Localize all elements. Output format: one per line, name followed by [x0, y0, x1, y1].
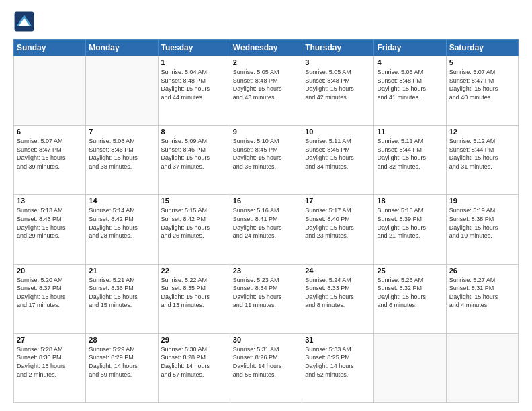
- week-row-0: 1Sunrise: 5:04 AM Sunset: 8:48 PM Daylig…: [14, 56, 519, 126]
- page: SundayMondayTuesdayWednesdayThursdayFrid…: [0, 0, 532, 411]
- day-info: Sunrise: 5:07 AM Sunset: 8:47 PM Dayligh…: [449, 68, 515, 101]
- calendar-cell: 17Sunrise: 5:17 AM Sunset: 8:40 PM Dayli…: [302, 195, 374, 264]
- calendar-cell: 8Sunrise: 5:09 AM Sunset: 8:46 PM Daylig…: [158, 126, 230, 195]
- calendar-cell: [374, 333, 446, 402]
- day-info: Sunrise: 5:24 AM Sunset: 8:33 PM Dayligh…: [305, 276, 371, 310]
- calendar-cell: 22Sunrise: 5:22 AM Sunset: 8:35 PM Dayli…: [158, 264, 230, 333]
- weekday-tuesday: Tuesday: [158, 40, 230, 56]
- logo-icon: [13, 11, 35, 32]
- day-number: 10: [305, 128, 371, 136]
- day-info: Sunrise: 5:18 AM Sunset: 8:39 PM Dayligh…: [377, 206, 443, 240]
- calendar-cell: 5Sunrise: 5:07 AM Sunset: 8:47 PM Daylig…: [446, 56, 518, 126]
- calendar-cell: [86, 56, 158, 126]
- calendar-cell: 7Sunrise: 5:08 AM Sunset: 8:46 PM Daylig…: [86, 126, 158, 195]
- day-number: 1: [161, 58, 227, 66]
- day-number: 9: [233, 128, 299, 136]
- calendar-cell: 9Sunrise: 5:10 AM Sunset: 8:45 PM Daylig…: [230, 126, 302, 195]
- day-info: Sunrise: 5:12 AM Sunset: 8:44 PM Dayligh…: [449, 137, 515, 171]
- day-number: 25: [377, 267, 443, 275]
- day-number: 29: [161, 336, 227, 344]
- day-number: 4: [377, 58, 443, 66]
- weekday-thursday: Thursday: [302, 40, 374, 56]
- header: [13, 11, 519, 32]
- day-number: 6: [17, 128, 83, 136]
- calendar-cell: 28Sunrise: 5:29 AM Sunset: 8:29 PM Dayli…: [86, 333, 158, 402]
- day-number: 21: [89, 267, 154, 275]
- calendar-cell: 27Sunrise: 5:28 AM Sunset: 8:30 PM Dayli…: [14, 333, 86, 402]
- day-info: Sunrise: 5:23 AM Sunset: 8:34 PM Dayligh…: [233, 276, 299, 310]
- calendar-cell: 11Sunrise: 5:11 AM Sunset: 8:44 PM Dayli…: [374, 126, 446, 195]
- day-info: Sunrise: 5:19 AM Sunset: 8:38 PM Dayligh…: [449, 206, 515, 240]
- day-number: 7: [89, 128, 154, 136]
- logo: [13, 11, 38, 32]
- day-number: 12: [449, 128, 515, 136]
- day-number: 15: [161, 197, 227, 205]
- day-info: Sunrise: 5:11 AM Sunset: 8:45 PM Dayligh…: [305, 137, 371, 171]
- calendar-cell: 1Sunrise: 5:04 AM Sunset: 8:48 PM Daylig…: [158, 56, 230, 126]
- weekday-saturday: Saturday: [446, 40, 518, 56]
- calendar-cell: 25Sunrise: 5:26 AM Sunset: 8:32 PM Dayli…: [374, 264, 446, 333]
- day-number: 30: [233, 336, 299, 344]
- calendar-cell: 3Sunrise: 5:05 AM Sunset: 8:48 PM Daylig…: [302, 56, 374, 126]
- day-number: 27: [17, 336, 83, 344]
- calendar-cell: 2Sunrise: 5:05 AM Sunset: 8:48 PM Daylig…: [230, 56, 302, 126]
- day-number: 20: [17, 267, 83, 275]
- day-info: Sunrise: 5:27 AM Sunset: 8:31 PM Dayligh…: [449, 276, 515, 310]
- day-number: 2: [233, 58, 299, 66]
- calendar-cell: 21Sunrise: 5:21 AM Sunset: 8:36 PM Dayli…: [86, 264, 158, 333]
- day-number: 23: [233, 267, 299, 275]
- calendar-cell: 26Sunrise: 5:27 AM Sunset: 8:31 PM Dayli…: [446, 264, 518, 333]
- day-info: Sunrise: 5:07 AM Sunset: 8:47 PM Dayligh…: [17, 137, 83, 171]
- calendar-cell: 6Sunrise: 5:07 AM Sunset: 8:47 PM Daylig…: [14, 126, 86, 195]
- calendar-cell: 30Sunrise: 5:31 AM Sunset: 8:26 PM Dayli…: [230, 333, 302, 402]
- calendar-cell: 19Sunrise: 5:19 AM Sunset: 8:38 PM Dayli…: [446, 195, 518, 264]
- calendar-cell: 31Sunrise: 5:33 AM Sunset: 8:25 PM Dayli…: [302, 333, 374, 402]
- day-info: Sunrise: 5:30 AM Sunset: 8:28 PM Dayligh…: [161, 345, 227, 379]
- day-number: 11: [377, 128, 443, 136]
- calendar-cell: [14, 56, 86, 126]
- calendar-cell: 24Sunrise: 5:24 AM Sunset: 8:33 PM Dayli…: [302, 264, 374, 333]
- day-info: Sunrise: 5:22 AM Sunset: 8:35 PM Dayligh…: [161, 276, 227, 310]
- day-info: Sunrise: 5:16 AM Sunset: 8:41 PM Dayligh…: [233, 206, 299, 240]
- calendar-table: SundayMondayTuesdayWednesdayThursdayFrid…: [13, 39, 519, 403]
- day-info: Sunrise: 5:09 AM Sunset: 8:46 PM Dayligh…: [161, 137, 227, 171]
- weekday-sunday: Sunday: [14, 40, 86, 56]
- calendar-cell: 20Sunrise: 5:20 AM Sunset: 8:37 PM Dayli…: [14, 264, 86, 333]
- day-info: Sunrise: 5:17 AM Sunset: 8:40 PM Dayligh…: [305, 206, 371, 240]
- calendar-cell: [446, 333, 518, 402]
- day-number: 28: [89, 336, 154, 344]
- calendar-cell: 10Sunrise: 5:11 AM Sunset: 8:45 PM Dayli…: [302, 126, 374, 195]
- week-row-4: 27Sunrise: 5:28 AM Sunset: 8:30 PM Dayli…: [14, 333, 519, 402]
- day-number: 8: [161, 128, 227, 136]
- calendar-cell: 4Sunrise: 5:06 AM Sunset: 8:48 PM Daylig…: [374, 56, 446, 126]
- day-info: Sunrise: 5:31 AM Sunset: 8:26 PM Dayligh…: [233, 345, 299, 379]
- day-number: 16: [233, 197, 299, 205]
- day-number: 14: [89, 197, 154, 205]
- day-info: Sunrise: 5:28 AM Sunset: 8:30 PM Dayligh…: [17, 345, 83, 379]
- day-info: Sunrise: 5:20 AM Sunset: 8:37 PM Dayligh…: [17, 276, 83, 310]
- calendar-cell: 16Sunrise: 5:16 AM Sunset: 8:41 PM Dayli…: [230, 195, 302, 264]
- day-info: Sunrise: 5:08 AM Sunset: 8:46 PM Dayligh…: [89, 137, 154, 171]
- calendar-cell: 14Sunrise: 5:14 AM Sunset: 8:42 PM Dayli…: [86, 195, 158, 264]
- week-row-2: 13Sunrise: 5:13 AM Sunset: 8:43 PM Dayli…: [14, 195, 519, 264]
- day-number: 31: [305, 336, 371, 344]
- weekday-friday: Friday: [374, 40, 446, 56]
- day-info: Sunrise: 5:29 AM Sunset: 8:29 PM Dayligh…: [89, 345, 154, 379]
- day-info: Sunrise: 5:11 AM Sunset: 8:44 PM Dayligh…: [377, 137, 443, 171]
- day-info: Sunrise: 5:15 AM Sunset: 8:42 PM Dayligh…: [161, 206, 227, 240]
- day-info: Sunrise: 5:26 AM Sunset: 8:32 PM Dayligh…: [377, 276, 443, 310]
- day-info: Sunrise: 5:06 AM Sunset: 8:48 PM Dayligh…: [377, 68, 443, 101]
- week-row-1: 6Sunrise: 5:07 AM Sunset: 8:47 PM Daylig…: [14, 126, 519, 195]
- day-number: 3: [305, 58, 371, 66]
- day-number: 17: [305, 197, 371, 205]
- day-info: Sunrise: 5:05 AM Sunset: 8:48 PM Dayligh…: [305, 68, 371, 101]
- day-number: 5: [449, 58, 515, 66]
- day-number: 13: [17, 197, 83, 205]
- day-number: 22: [161, 267, 227, 275]
- calendar-cell: 23Sunrise: 5:23 AM Sunset: 8:34 PM Dayli…: [230, 264, 302, 333]
- calendar-cell: 29Sunrise: 5:30 AM Sunset: 8:28 PM Dayli…: [158, 333, 230, 402]
- day-info: Sunrise: 5:14 AM Sunset: 8:42 PM Dayligh…: [89, 206, 154, 240]
- weekday-monday: Monday: [86, 40, 158, 56]
- day-number: 19: [449, 197, 515, 205]
- day-info: Sunrise: 5:21 AM Sunset: 8:36 PM Dayligh…: [89, 276, 154, 310]
